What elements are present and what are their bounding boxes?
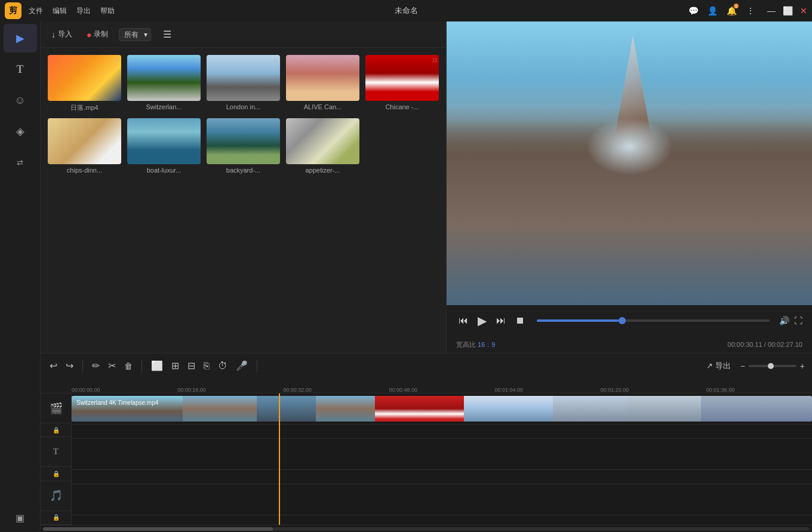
- media-thumb-switzerland: □: [127, 55, 201, 101]
- thumb-seg-7: [553, 396, 627, 422]
- ruler-marks: 00:00:00.00 00:00:16.00 00:00:32.00 00:0…: [72, 378, 812, 393]
- aspect-ratio-value: 16：9: [478, 341, 495, 348]
- media-label-appetizer: appetizer-...: [286, 167, 359, 174]
- lock-icon: 🔒: [53, 427, 60, 433]
- media-item-alive[interactable]: □ ALIVE Can...: [286, 55, 359, 112]
- notification-icon[interactable]: 🔔 1: [724, 4, 739, 18]
- media-item-chicane[interactable]: □ Chicane -...: [365, 55, 439, 112]
- time-total: 00:02:27.10: [768, 341, 802, 348]
- mountain-peak: [607, 36, 659, 178]
- media-item-sunset[interactable]: □ 日落.mp4: [48, 55, 121, 112]
- menu-bar[interactable]: 文件 编辑 导出 帮助: [29, 6, 115, 16]
- media-thumb-chips: [48, 118, 121, 164]
- fast-forward-button[interactable]: ⏭: [494, 313, 508, 328]
- audio-track-row[interactable]: [72, 484, 812, 515]
- media-label-boat: boat-luxur...: [127, 167, 201, 174]
- media-thumb-alive: □: [286, 55, 359, 101]
- minimize-icon[interactable]: —: [767, 6, 776, 16]
- more-icon[interactable]: ⋮: [743, 4, 758, 18]
- title-lock-row: [72, 470, 812, 484]
- delete-button[interactable]: 🗑: [122, 359, 134, 373]
- scroll-track[interactable]: [43, 527, 810, 531]
- sidebar-item-transition[interactable]: ⇄: [4, 148, 37, 177]
- menu-edit[interactable]: 编辑: [53, 6, 67, 16]
- media-item-switzerland[interactable]: □ Switzerlan...: [127, 55, 201, 112]
- export-button[interactable]: ↗ 导出: [706, 361, 731, 371]
- preview-panel: ⏮ ▶ ⏭ ⏹ 🔊 ⛶ 宽高比 16：9: [447, 21, 812, 353]
- sidebar-item-filter[interactable]: ▣: [4, 503, 37, 532]
- filter-select[interactable]: 所有 视频 图片 音频: [119, 28, 151, 41]
- media-item-london[interactable]: □ London in...: [207, 55, 280, 112]
- stop-button[interactable]: ⏹: [513, 313, 527, 328]
- video-indicator: □: [274, 57, 278, 63]
- record-button[interactable]: ● 录制: [83, 27, 112, 42]
- title-track-row[interactable]: [72, 439, 812, 470]
- menu-file[interactable]: 文件: [29, 6, 43, 16]
- main-layout: ▶ T ☺ ◈ ⇄ ▣ ↓ 导入: [0, 21, 812, 532]
- undo-button[interactable]: ↩: [48, 358, 59, 373]
- volume-icon[interactable]: 🔊: [779, 316, 789, 325]
- sidebar-item-text[interactable]: T: [4, 55, 37, 84]
- rewind-button[interactable]: ⏮: [456, 313, 470, 328]
- zoom-out-button[interactable]: −: [740, 361, 745, 371]
- crop-button[interactable]: ⬜: [149, 358, 165, 373]
- progress-bar[interactable]: [537, 319, 770, 322]
- mountain-bg: [447, 121, 812, 305]
- video-track-row[interactable]: Switzerland 4K Timelapse.mp4: [72, 393, 812, 425]
- sidebar-item-effect[interactable]: ◈: [4, 117, 37, 146]
- zoom-controls: − +: [740, 361, 805, 371]
- audio-button[interactable]: 🎤: [234, 358, 250, 373]
- time-current: 00:00:30.11: [728, 341, 762, 348]
- media-item-boat[interactable]: boat-luxur...: [127, 118, 201, 174]
- media-toolbar: ↓ 导入 ● 录制 所有 视频 图片 音频: [41, 21, 446, 48]
- menu-help[interactable]: 帮助: [100, 6, 115, 16]
- thumb-seg-8: [627, 396, 701, 422]
- zoom-in-button[interactable]: +: [800, 361, 805, 371]
- sidebar-item-media[interactable]: ▶: [4, 24, 37, 53]
- scroll-thumb[interactable]: [43, 527, 273, 531]
- video-track-icon: 🎬: [50, 402, 63, 415]
- video-indicator: □: [115, 57, 119, 63]
- cut-button[interactable]: ✂: [106, 358, 118, 373]
- import-button[interactable]: ↓ 导入: [48, 27, 76, 42]
- aspect-ratio-label: 宽高比 16：9: [456, 340, 495, 349]
- chat-icon[interactable]: 💬: [686, 4, 700, 18]
- maximize-icon[interactable]: ⬜: [783, 6, 793, 16]
- history-button[interactable]: ⏱: [216, 359, 229, 373]
- filter-dropdown-wrapper: 所有 视频 图片 音频: [119, 28, 151, 41]
- close-icon[interactable]: ✕: [800, 6, 807, 16]
- media-item-chips[interactable]: chips-dinn...: [48, 118, 121, 174]
- track-content[interactable]: Switzerland 4K Timelapse.mp4: [72, 393, 812, 525]
- playhead[interactable]: [279, 393, 280, 525]
- record-icon: ●: [87, 30, 91, 39]
- zoom-slider[interactable]: [749, 365, 796, 367]
- timeline-scrollbar[interactable]: [41, 525, 812, 532]
- media-item-backyard[interactable]: backyard-...: [207, 118, 280, 174]
- media-thumb-boat: [127, 118, 201, 164]
- layout-button[interactable]: ⊞: [170, 358, 181, 373]
- grid-button[interactable]: ⊟: [186, 358, 197, 373]
- window-title: 未命名: [395, 5, 418, 16]
- upper-area: ↓ 导入 ● 录制 所有 视频 图片 音频: [41, 21, 812, 353]
- track-header-title-lock: 🔒: [41, 467, 71, 481]
- media-label-switzerland: Switzerlan...: [127, 103, 201, 110]
- thumb-seg-9: [701, 396, 812, 422]
- preview-video: [447, 21, 812, 305]
- track-headers: 🎬 🔒 T 🔒 🎵 🔒: [41, 393, 72, 525]
- copy-button[interactable]: ⎘: [202, 359, 211, 373]
- user-icon[interactable]: 👤: [705, 4, 719, 18]
- redo-button[interactable]: ↪: [64, 358, 75, 373]
- ruler-mark-2: 00:00:32.00: [283, 387, 389, 393]
- menu-export[interactable]: 导出: [76, 6, 91, 16]
- progress-thumb[interactable]: [619, 317, 626, 324]
- list-view-icon[interactable]: ☰: [163, 29, 171, 40]
- sidebar-item-sticker[interactable]: ☺: [4, 86, 37, 115]
- video-clip[interactable]: Switzerland 4K Timelapse.mp4: [72, 396, 812, 422]
- window-controls[interactable]: — ⬜ ✕: [767, 6, 807, 16]
- media-item-appetizer[interactable]: appetizer-...: [286, 118, 359, 174]
- media-thumb-london: □: [207, 55, 280, 101]
- edit-button[interactable]: ✏: [90, 358, 102, 373]
- fullscreen-icon[interactable]: ⛶: [794, 316, 802, 325]
- timeline-toolbar: ↩ ↪ ✏ ✂ 🗑 ⬜ ⊞ ⊟ ⎘ ⏱ 🎤 ↗ 导出 − +: [41, 353, 812, 378]
- play-button[interactable]: ▶: [475, 311, 489, 330]
